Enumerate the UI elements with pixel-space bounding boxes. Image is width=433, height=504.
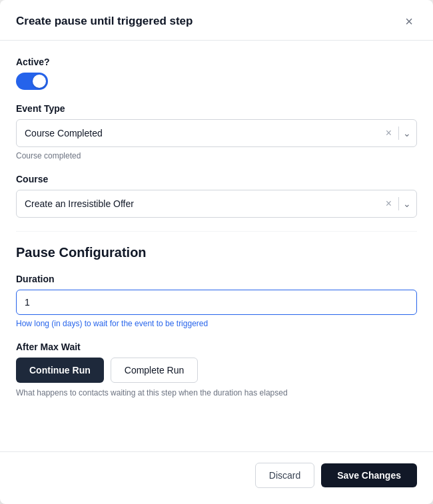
event-type-select[interactable]: Course Completed × ⌄ xyxy=(16,119,417,147)
modal: Create pause until triggered step × Acti… xyxy=(0,0,433,504)
continue-run-button[interactable]: Continue Run xyxy=(16,358,104,383)
complete-run-button[interactable]: Complete Run xyxy=(111,358,199,383)
duration-hint: How long (in days) to wait for the event… xyxy=(16,319,417,328)
chevron-down-icon[interactable]: ⌄ xyxy=(403,128,411,138)
event-type-hint: Course completed xyxy=(16,151,417,160)
course-field-group: Course Create an Irresistible Offer × ⌄ xyxy=(16,174,417,218)
modal-title: Create pause until triggered step xyxy=(16,15,193,28)
event-type-clear-icon[interactable]: × xyxy=(383,128,394,138)
close-button[interactable]: × xyxy=(401,13,417,29)
active-field-group: Active? xyxy=(16,57,417,90)
active-toggle[interactable] xyxy=(16,73,48,90)
course-clear-icon[interactable]: × xyxy=(383,198,394,209)
course-label: Course xyxy=(16,174,417,184)
duration-input[interactable] xyxy=(16,290,417,315)
event-type-label: Event Type xyxy=(16,103,417,114)
discard-button[interactable]: Discard xyxy=(255,463,314,488)
modal-body: Active? Event Type Course Completed × ⌄ … xyxy=(0,41,433,451)
course-value: Create an Irresistible Offer xyxy=(25,198,383,209)
pause-config-heading: Pause Configuration xyxy=(16,245,417,260)
section-divider xyxy=(16,231,417,232)
duration-label: Duration xyxy=(16,274,417,284)
after-max-wait-group: After Max Wait Continue Run Complete Run… xyxy=(16,342,417,397)
course-select[interactable]: Create an Irresistible Offer × ⌄ xyxy=(16,190,417,218)
save-changes-button[interactable]: Save Changes xyxy=(321,463,417,487)
after-max-wait-hint: What happens to contacts waiting at this… xyxy=(16,388,417,397)
course-chevron-down-icon[interactable]: ⌄ xyxy=(403,198,411,209)
select-divider xyxy=(398,126,399,140)
toggle-wrapper xyxy=(16,73,417,90)
modal-footer: Discard Save Changes xyxy=(0,451,433,504)
duration-field-group: Duration How long (in days) to wait for … xyxy=(16,274,417,328)
modal-header: Create pause until triggered step × xyxy=(0,0,433,41)
after-wait-buttons: Continue Run Complete Run xyxy=(16,358,417,383)
toggle-thumb xyxy=(33,75,46,88)
event-type-field-group: Event Type Course Completed × ⌄ Course c… xyxy=(16,103,417,160)
after-max-wait-label: After Max Wait xyxy=(16,342,417,352)
active-label: Active? xyxy=(16,57,417,67)
select-divider-2 xyxy=(398,197,399,210)
event-type-value: Course Completed xyxy=(25,128,383,138)
